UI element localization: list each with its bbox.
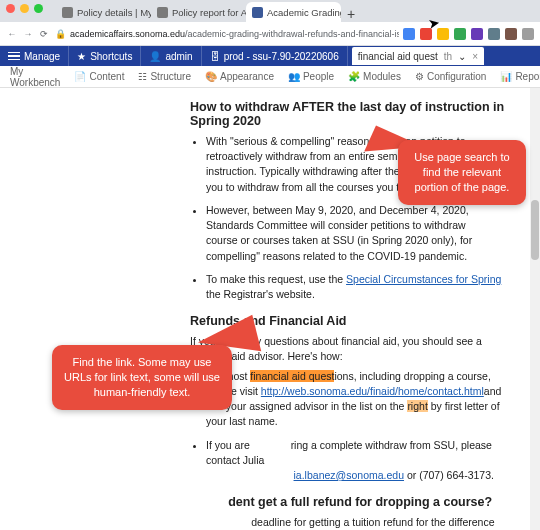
url-field[interactable]: academicaffairs.sonoma.edu/academic-grad… — [70, 29, 399, 39]
db-icon: 🗄 — [210, 51, 220, 62]
paragraph: deadline for getting a tuition refund fo… — [190, 515, 516, 530]
browser-tab-active[interactable]: Academic Grading, Withdraw — [246, 2, 341, 22]
search-result-tab[interactable]: financial aid quest th ⌄ × — [352, 47, 484, 65]
nav-modules[interactable]: 🧩Modules — [342, 71, 407, 82]
extension-icon[interactable] — [471, 28, 483, 40]
annotation-callout: Use page search to find the relevant por… — [398, 140, 526, 205]
structure-icon: ☷ — [138, 71, 147, 82]
url-path: /academic-grading-withdrawal-refunds-and… — [185, 29, 399, 39]
maximize-window-icon[interactable] — [34, 4, 43, 13]
nav-workbench[interactable]: My Workbench — [4, 66, 66, 88]
favicon-icon — [252, 7, 263, 18]
browser-tab[interactable]: Policy report for Academic Gr — [151, 2, 246, 22]
admin-secondary-nav: My Workbench 📄Content ☷Structure 🎨Appear… — [0, 66, 540, 88]
heading-withdraw: How to withdraw AFTER the last day of in… — [190, 100, 516, 128]
admin-label: admin — [165, 51, 192, 62]
manage-menu[interactable]: Manage — [0, 46, 69, 66]
list-item: To make this request, use the Special Ci… — [206, 272, 516, 302]
nav-people[interactable]: 👥People — [282, 71, 340, 82]
window-controls — [6, 4, 43, 13]
manage-label: Manage — [24, 51, 60, 62]
forward-icon[interactable]: → — [22, 28, 34, 40]
extension-icon[interactable] — [488, 28, 500, 40]
address-bar: ← → ⟳ 🔒 academicaffairs.sonoma.edu/acade… — [0, 22, 540, 46]
favicon-icon — [157, 7, 168, 18]
minimize-window-icon[interactable] — [20, 4, 29, 13]
search-meta: th — [444, 51, 452, 62]
list-item: If you are ring a complete withdraw from… — [206, 438, 516, 484]
url-domain: academicaffairs.sonoma.edu — [70, 29, 185, 39]
tab-title: Policy report for Academic Gr — [172, 7, 246, 18]
admin-toolbar: Manage ★ Shortcuts 👤 admin 🗄 prod - ssu-… — [0, 46, 540, 66]
close-window-icon[interactable] — [6, 4, 15, 13]
link-email[interactable]: ia.lbanez@sonoma.edu — [294, 469, 404, 481]
heading-refund-drop: dent get a full refund for dropping a co… — [190, 495, 516, 509]
new-tab-button[interactable]: + — [341, 6, 361, 22]
back-icon[interactable]: ← — [6, 28, 18, 40]
nav-content[interactable]: 📄Content — [68, 71, 130, 82]
extension-icon[interactable] — [454, 28, 466, 40]
nav-configuration[interactable]: ⚙Configuration — [409, 71, 492, 82]
content-icon: 📄 — [74, 71, 86, 82]
modules-icon: 🧩 — [348, 71, 360, 82]
hamburger-icon — [8, 52, 20, 61]
shortcuts-label: Shortcuts — [90, 51, 132, 62]
nav-structure[interactable]: ☷Structure — [132, 71, 197, 82]
favicon-icon — [62, 7, 73, 18]
extension-icon[interactable] — [522, 28, 534, 40]
star-icon: ★ — [77, 51, 86, 62]
cursor-icon: ➤ — [427, 14, 442, 32]
annotation-callout: Find the link. Some may use URLs for lin… — [52, 345, 232, 410]
scrollbar-thumb[interactable] — [531, 200, 539, 260]
tab-title: Academic Grading, Withdraw — [267, 7, 341, 18]
user-icon: 👤 — [149, 51, 161, 62]
list-item: For most financial aid questions, includ… — [206, 369, 516, 430]
search-term: financial aid quest — [358, 51, 438, 62]
tab-title: Policy details | My Policies | P — [77, 7, 151, 18]
extension-icons — [403, 28, 534, 40]
chart-icon: 📊 — [500, 71, 512, 82]
list-item: However, between May 9, 2020, and Decemb… — [206, 203, 516, 264]
highlighted-text: right — [407, 400, 427, 412]
browser-tab[interactable]: Policy details | My Policies | P — [56, 2, 151, 22]
admin-user[interactable]: 👤 admin — [141, 46, 201, 66]
env-indicator[interactable]: 🗄 prod - ssu-7.90-20220606 — [202, 46, 348, 66]
people-icon: 👥 — [288, 71, 300, 82]
gear-icon: ⚙ — [415, 71, 424, 82]
link-special-circumstances[interactable]: Special Circumstances for Spring — [346, 273, 501, 285]
close-icon[interactable]: × — [472, 51, 478, 62]
nav-appearance[interactable]: 🎨Appearance — [199, 71, 280, 82]
lock-icon: 🔒 — [54, 28, 66, 40]
highlighted-search-match: financial aid quest — [250, 370, 334, 382]
browser-tabstrip: Policy details | My Policies | P Policy … — [0, 0, 540, 22]
extension-icon[interactable] — [505, 28, 517, 40]
nav-reports[interactable]: 📊Reports — [494, 71, 540, 82]
env-label: prod - ssu-7.90-20220606 — [224, 51, 339, 62]
reload-icon[interactable]: ⟳ — [38, 28, 50, 40]
link-finaid-contact[interactable]: http://web.sonoma.edu/finaid/home/contac… — [261, 385, 484, 397]
appearance-icon: 🎨 — [205, 71, 217, 82]
chevron-down-icon[interactable]: ⌄ — [458, 51, 466, 62]
shortcuts-menu[interactable]: ★ Shortcuts — [69, 46, 141, 66]
scrollbar[interactable] — [530, 88, 540, 530]
extension-icon[interactable] — [403, 28, 415, 40]
